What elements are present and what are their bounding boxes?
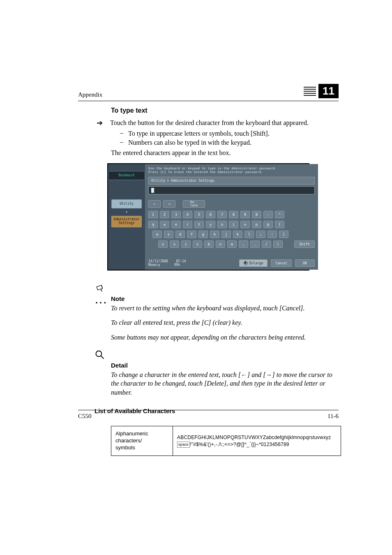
key-5[interactable]: 5 — [194, 211, 204, 218]
crumb-utility[interactable]: Utility — [111, 199, 142, 208]
delete-button[interactable]: De- lete — [183, 200, 205, 208]
key-backslash[interactable]: \ — [273, 240, 283, 248]
key-s[interactable]: s — [164, 231, 173, 238]
touchscreen-sidebar: Bookmark Utility ▾ Administrator Setting… — [108, 164, 145, 270]
key-2[interactable]: 2 — [160, 211, 169, 218]
detail-heading: Detail — [111, 362, 339, 369]
detail-text-b: ] and [ — [247, 371, 265, 378]
key-6[interactable]: 6 — [206, 211, 215, 218]
key-g[interactable]: g — [198, 231, 208, 238]
touchscreen-status: 14/11/2006 02:14 Memory 99% — [148, 259, 186, 267]
key-p[interactable]: p — [252, 221, 261, 228]
key-9[interactable]: 9 — [240, 211, 250, 218]
note-dots-icon: ... — [95, 295, 108, 305]
space-symbol-box: space — [177, 442, 190, 447]
status-memory-value: 99% — [174, 263, 180, 267]
key-v[interactable]: v — [193, 240, 202, 248]
key-rbracket[interactable]: ] — [279, 231, 288, 238]
key-1[interactable]: 1 — [148, 211, 158, 218]
key-semicolon[interactable]: ; — [256, 231, 265, 238]
kb-row-2: q w e r t y u i o p @ [ — [148, 221, 315, 228]
password-input[interactable] — [148, 186, 315, 194]
key-minus[interactable]: - — [263, 211, 273, 218]
key-m[interactable]: m — [227, 240, 237, 248]
crumb-admin-line2: Settings — [119, 222, 135, 225]
note-p1: To revert to the setting when the keyboa… — [111, 304, 339, 313]
key-b[interactable]: b — [204, 240, 214, 248]
onscreen-keyboard: 1 2 3 4 5 6 7 8 9 0 - ^ — [148, 211, 315, 250]
key-4[interactable]: 4 — [183, 211, 192, 218]
key-l[interactable]: l — [244, 231, 254, 238]
breadcrumb-path: Utility > Administrator Settings — [148, 177, 315, 185]
key-q[interactable]: q — [148, 221, 158, 228]
cancel-button[interactable]: Cancel — [271, 259, 292, 267]
note-p2: To clear all entered text, press the [C]… — [111, 318, 339, 327]
instr-line2: Press [C] to erase the entered the Admin… — [148, 170, 263, 174]
key-r[interactable]: r — [183, 221, 192, 228]
key-7[interactable]: 7 — [217, 211, 227, 218]
bullet-dash: – — [120, 138, 124, 147]
key-w[interactable]: w — [160, 221, 169, 228]
char-line1: ABCDEFGHIJKLMNOPQRSTUVWXYZabcdefghijklmn… — [177, 435, 331, 440]
key-0[interactable]: 0 — [252, 211, 261, 218]
detail-p1: To change a character in the entered tex… — [111, 370, 339, 397]
key-at[interactable]: @ — [263, 221, 273, 228]
subsection-title: To type text — [111, 107, 339, 114]
key-caret[interactable]: ^ — [275, 211, 284, 218]
key-o[interactable]: o — [240, 221, 250, 228]
text-cursor-icon — [151, 188, 154, 193]
substep-1: To type in uppercase letters or symbols,… — [128, 129, 270, 138]
key-f[interactable]: f — [187, 231, 196, 238]
key-slash[interactable]: / — [262, 240, 271, 248]
key-period[interactable]: . — [250, 240, 260, 248]
key-comma[interactable]: , — [239, 240, 248, 248]
chapter-lines-icon — [304, 87, 316, 96]
footer-page: 11-6 — [327, 413, 339, 420]
key-y[interactable]: y — [206, 221, 215, 228]
key-n[interactable]: n — [216, 240, 225, 248]
crumb-admin-settings[interactable]: Administrator Settings — [111, 216, 142, 227]
substep-2: Numbers can also be typed in with the ke… — [128, 138, 251, 147]
key-u[interactable]: u — [217, 221, 227, 228]
chapter-badge: 11 — [304, 84, 339, 98]
detail-icon — [95, 349, 105, 360]
key-3[interactable]: 3 — [171, 211, 181, 218]
key-t[interactable]: t — [194, 221, 204, 228]
footer-model: C550 — [78, 413, 92, 420]
bookmark-button[interactable]: Bookmark — [108, 171, 145, 180]
note-p3: Some buttons may not appear, depending o… — [111, 333, 339, 342]
key-x[interactable]: x — [170, 240, 179, 248]
key-d[interactable]: d — [175, 231, 185, 238]
touchscreen-instruction: Use the keyboard or keypad to type in th… — [148, 166, 315, 174]
crumb-arrow-icon: ▾ — [108, 210, 145, 214]
bullet-dash: – — [120, 129, 124, 138]
cursor-right-button[interactable]: → — [163, 200, 175, 208]
key-k[interactable]: k — [233, 231, 242, 238]
step-arrow-icon: ➔ — [95, 118, 103, 127]
key-z[interactable]: z — [158, 240, 168, 248]
shift-button[interactable]: Shift — [294, 240, 315, 248]
key-e[interactable]: e — [171, 221, 181, 228]
key-c[interactable]: c — [181, 240, 191, 248]
key-a[interactable]: a — [152, 231, 162, 238]
characters-table: Alphanumeric characters/ symbols ABCDEFG… — [111, 426, 341, 456]
kb-row-1: 1 2 3 4 5 6 7 8 9 0 - ^ — [148, 211, 315, 218]
right-arrow-glyph: → — [266, 371, 272, 378]
after-step-text: The entered characters appear in the tex… — [111, 148, 339, 157]
key-h[interactable]: h — [210, 231, 219, 238]
svg-point-0 — [96, 351, 101, 356]
instr-line1: Use the keyboard or keypad to type in th… — [148, 166, 277, 170]
ok-button[interactable]: OK — [295, 259, 315, 267]
kb-row-3: a s d f g h j k l ; : ] — [148, 231, 315, 238]
enlarge-button[interactable]: Enlarge — [239, 259, 268, 267]
key-i[interactable]: i — [229, 221, 238, 228]
key-lbracket[interactable]: [ — [275, 221, 284, 228]
status-memory-label: Memory — [148, 263, 160, 267]
detail-text-a: To change a character in the entered tex… — [111, 371, 241, 378]
cursor-left-button[interactable]: ← — [148, 200, 161, 208]
key-8[interactable]: 8 — [229, 211, 238, 218]
key-j[interactable]: j — [221, 231, 231, 238]
key-colon[interactable]: : — [267, 231, 277, 238]
running-header-section: Appendix — [78, 91, 102, 98]
touchscreen-figure: Bookmark Utility ▾ Administrator Setting… — [107, 163, 309, 271]
